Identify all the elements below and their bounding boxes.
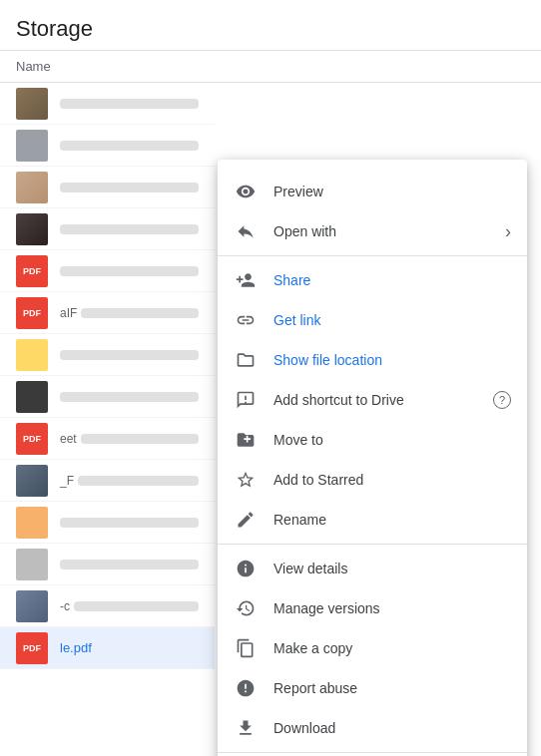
file-list-header: Name: [0, 51, 541, 83]
menu-section-3: View details Manage versions Make a copy…: [218, 545, 527, 753]
menu-item-view-details-label: View details: [273, 561, 511, 576]
menu-item-add-starred-label: Add to Starred: [273, 472, 511, 488]
file-name-bar: [60, 99, 199, 109]
list-item[interactable]: PDF aIF: [0, 292, 215, 334]
file-name-bar: [81, 308, 199, 318]
download-icon: [234, 716, 258, 740]
menu-item-open-with-label: Open with: [273, 223, 505, 239]
copy-icon: [234, 636, 258, 660]
menu-item-rename[interactable]: Rename: [218, 500, 527, 540]
menu-section-2: Share Get link Show file location Add sh…: [218, 256, 527, 545]
file-name-bar: [60, 350, 199, 360]
menu-item-make-copy[interactable]: Make a copy: [218, 628, 527, 668]
folder-open-icon: [234, 348, 258, 372]
menu-item-get-link[interactable]: Get link: [218, 300, 527, 340]
menu-item-report-abuse[interactable]: Report abuse: [218, 668, 527, 708]
menu-item-manage-versions[interactable]: Manage versions: [218, 588, 527, 628]
file-name-bar: [78, 476, 199, 486]
file-name-text: eet: [60, 432, 77, 446]
list-item[interactable]: PDF: [0, 250, 215, 292]
edit-icon: [234, 508, 258, 532]
file-name-text: le.pdf: [60, 640, 92, 655]
list-item[interactable]: [0, 83, 215, 125]
list-item[interactable]: [0, 334, 215, 376]
list-item[interactable]: PDF le.pdf: [0, 627, 215, 669]
menu-item-manage-versions-label: Manage versions: [273, 600, 511, 616]
menu-item-add-starred[interactable]: Add to Starred: [218, 460, 527, 500]
file-name-bar: [60, 266, 199, 276]
menu-item-view-details[interactable]: View details: [218, 549, 527, 588]
open-with-icon: [234, 219, 258, 243]
menu-item-report-abuse-label: Report abuse: [273, 680, 511, 696]
menu-item-make-copy-label: Make a copy: [273, 640, 511, 656]
drive-shortcut-icon: [234, 388, 258, 412]
list-item[interactable]: PDF eet: [0, 418, 215, 460]
list-item[interactable]: -c: [0, 585, 215, 627]
file-name-bar: [81, 434, 199, 444]
file-thumbnail: PDF: [16, 297, 48, 329]
file-name-text: -c: [60, 599, 70, 613]
move-to-icon: [234, 428, 258, 452]
file-thumbnail: [16, 213, 48, 245]
menu-item-share-label: Share: [273, 272, 511, 288]
menu-item-preview-label: Preview: [273, 184, 511, 199]
file-thumbnail: [16, 88, 48, 120]
link-icon: [234, 308, 258, 332]
file-thumbnail: PDF: [16, 423, 48, 455]
page-title: Storage: [16, 16, 93, 41]
file-list: PDF PDF aIF PDF eet _F -c: [0, 83, 215, 669]
file-thumbnail: [16, 381, 48, 413]
menu-item-move-to[interactable]: Move to: [218, 420, 527, 460]
report-icon: [234, 676, 258, 700]
menu-item-add-shortcut-label: Add shortcut to Drive: [273, 392, 493, 408]
menu-item-share[interactable]: Share: [218, 260, 527, 300]
menu-item-open-with[interactable]: Open with ›: [218, 211, 527, 251]
chevron-right-icon: ›: [505, 221, 511, 242]
file-name-text: aIF: [60, 306, 77, 320]
file-thumbnail: [16, 507, 48, 539]
list-item[interactable]: [0, 376, 215, 418]
menu-item-get-link-label: Get link: [273, 312, 511, 328]
name-column-header: Name: [16, 59, 51, 74]
file-thumbnail: [16, 130, 48, 162]
file-name-bar: [60, 183, 199, 192]
file-name-bar: [74, 601, 199, 611]
info-icon: [234, 557, 258, 580]
list-item[interactable]: [0, 502, 215, 544]
menu-item-show-file-location-label: Show file location: [273, 352, 511, 368]
file-name-text: _F: [60, 474, 74, 488]
file-name-bar: [60, 392, 199, 402]
list-item[interactable]: [0, 544, 215, 585]
page-header: Storage: [0, 0, 541, 51]
menu-item-rename-label: Rename: [273, 512, 511, 528]
menu-item-download-label: Download: [273, 720, 511, 736]
list-item[interactable]: [0, 167, 215, 208]
menu-item-preview[interactable]: Preview: [218, 172, 527, 211]
file-thumbnail: [16, 172, 48, 203]
list-item[interactable]: _F: [0, 460, 215, 502]
eye-icon: [234, 180, 258, 203]
menu-section-1: Preview Open with ›: [218, 168, 527, 256]
file-thumbnail: [16, 465, 48, 497]
file-thumbnail: [16, 549, 48, 580]
file-thumbnail: PDF: [16, 632, 48, 664]
menu-item-show-file-location[interactable]: Show file location: [218, 340, 527, 380]
file-thumbnail: [16, 590, 48, 622]
menu-item-download[interactable]: Download: [218, 708, 527, 748]
file-name-bar: [60, 518, 199, 528]
help-icon[interactable]: ?: [493, 391, 511, 409]
menu-item-add-shortcut[interactable]: Add shortcut to Drive ?: [218, 380, 527, 420]
context-menu: Preview Open with › Share Get link: [218, 160, 527, 756]
file-thumbnail: PDF: [16, 255, 48, 287]
file-name-bar: [60, 141, 199, 151]
file-name-bar: [60, 560, 199, 569]
star-icon: [234, 468, 258, 492]
file-thumbnail: [16, 339, 48, 371]
list-item[interactable]: [0, 125, 215, 167]
person-add-icon: [234, 268, 258, 292]
history-icon: [234, 596, 258, 620]
list-item[interactable]: [0, 208, 215, 250]
file-name-bar: [60, 224, 199, 234]
menu-item-move-to-label: Move to: [273, 432, 511, 448]
